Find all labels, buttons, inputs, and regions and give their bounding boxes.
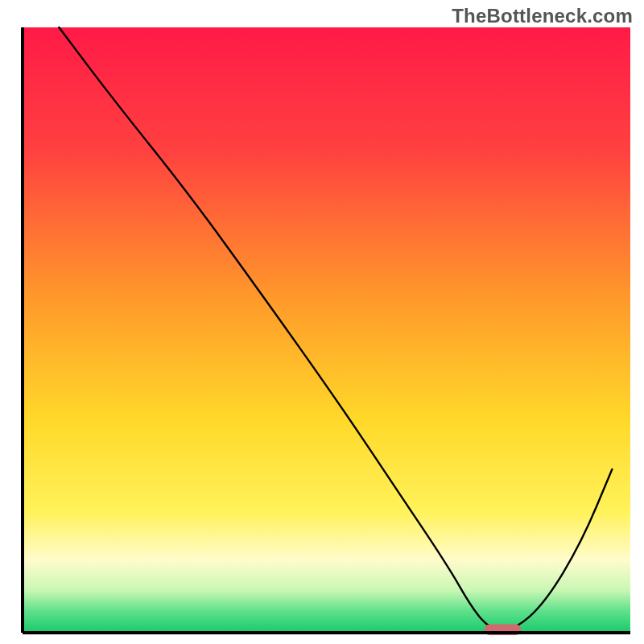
plot-background xyxy=(23,27,630,633)
bottleneck-chart xyxy=(0,0,644,644)
